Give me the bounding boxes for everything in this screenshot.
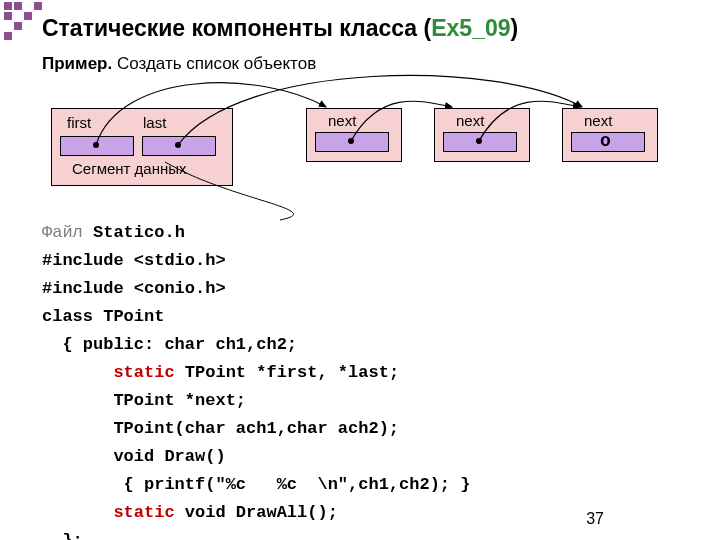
code-l7: TPoint *next; [42,391,246,410]
code-l1a: Файл [42,223,83,242]
subtitle-bold: Пример. [42,54,112,73]
page-number: 37 [586,510,604,528]
code-l6b: TPoint *first, *last; [175,363,399,382]
code-l11a [42,503,113,522]
code-l5: { public: char ch1,ch2; [42,335,297,354]
label-first: first [67,114,91,131]
slot-last [142,136,216,156]
node-2-slot [443,132,517,152]
code-l1b: Statico.h [83,223,195,242]
code-l4: class TPoint [42,307,164,326]
code-l10: { printf("%c %c \n",ch1,ch2); } [42,475,470,494]
null-marker: o [600,131,611,151]
code-l6s: static [113,363,174,382]
code-l11b: void DrawAll(); [175,503,338,522]
code-l3: #include <conio.h> [42,279,226,298]
node-3-label: next [584,112,612,129]
code-l12: }; [42,531,83,540]
title-close: ) [511,15,519,41]
subtitle-rest: Создать список объектов [112,54,316,73]
title-black: Статические компоненты класса ( [42,15,431,41]
title-green: Ex5_09 [431,15,510,41]
code-l9: void Draw() [42,447,226,466]
code-listing: Файл Statico.h #include <stdio.h> #inclu… [42,219,470,540]
node-1-slot [315,132,389,152]
example-subtitle: Пример. Создать список объектов [42,54,316,74]
code-l6a [42,363,113,382]
code-l11s: static [113,503,174,522]
code-l2: #include <stdio.h> [42,251,226,270]
node-2-label: next [456,112,484,129]
label-last: last [143,114,166,131]
slide-title: Статические компоненты класса (Ex5_09) [42,15,518,42]
slot-first [60,136,134,156]
segment-label: Сегмент данных [72,160,187,177]
node-1-label: next [328,112,356,129]
code-l8: TPoint(char ach1,char ach2); [42,419,399,438]
